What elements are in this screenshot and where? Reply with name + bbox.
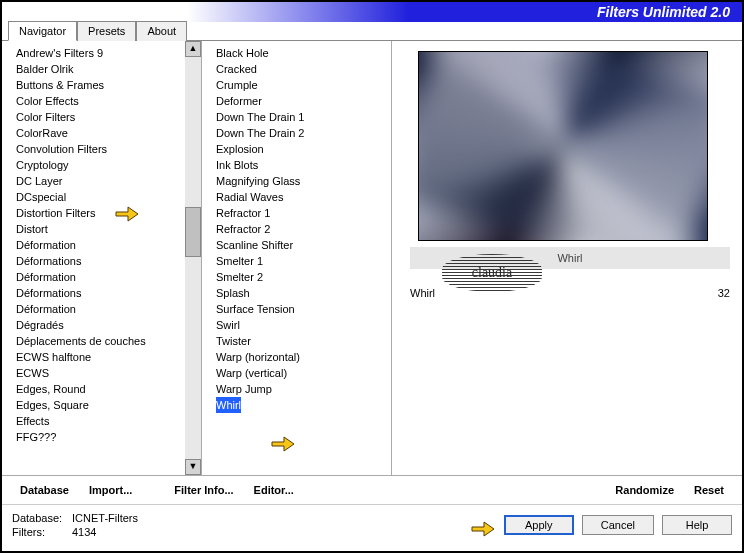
param-name: Whirl <box>410 287 435 299</box>
category-item[interactable]: Distort <box>14 221 185 237</box>
scroll-track[interactable] <box>185 57 201 459</box>
status-bar: Database:ICNET-Filters Filters:4134 Appl… <box>2 505 742 541</box>
editor-button[interactable]: Editor... <box>244 482 304 498</box>
category-item[interactable]: ECWS halftone <box>14 349 185 365</box>
filter-item[interactable]: Magnifying Glass <box>214 173 391 189</box>
param-value: 32 <box>718 287 730 299</box>
category-item[interactable]: Color Effects <box>14 93 185 109</box>
filter-item[interactable]: Whirl <box>214 397 391 413</box>
category-item[interactable]: Déformation <box>14 237 185 253</box>
category-scrollbar[interactable]: ▲ ▼ <box>185 41 201 475</box>
help-button[interactable]: Help <box>662 515 732 535</box>
filter-item[interactable]: Crumple <box>214 77 391 93</box>
category-item[interactable]: DC Layer <box>14 173 185 189</box>
tab-navigator[interactable]: Navigator <box>8 21 77 41</box>
lower-toolbar: Database Import... Filter Info... Editor… <box>2 476 742 505</box>
filter-item[interactable]: Warp (horizontal) <box>214 349 391 365</box>
pointer-icon <box>114 202 140 222</box>
db-value: ICNET-Filters <box>72 512 138 524</box>
category-item[interactable]: Déplacements de couches <box>14 333 185 349</box>
filter-item[interactable]: Down The Drain 2 <box>214 125 391 141</box>
category-item[interactable]: Edges, Square <box>14 397 185 413</box>
filter-item[interactable]: Explosion <box>214 141 391 157</box>
filter-item[interactable]: Radial Waves <box>214 189 391 205</box>
filter-info-button[interactable]: Filter Info... <box>164 482 243 498</box>
filter-list[interactable]: Black HoleCrackedCrumpleDeformerDown The… <box>202 41 392 475</box>
category-item[interactable]: Déformations <box>14 253 185 269</box>
filter-name-label: Whirl <box>557 252 582 264</box>
filter-item[interactable]: Smelter 2 <box>214 269 391 285</box>
category-item[interactable]: DCspecial <box>14 189 185 205</box>
status-info: Database:ICNET-Filters Filters:4134 <box>12 511 138 539</box>
reset-button[interactable]: Reset <box>684 482 734 498</box>
scroll-up-button[interactable]: ▲ <box>185 41 201 57</box>
category-item[interactable]: Déformation <box>14 301 185 317</box>
category-item[interactable]: Convolution Filters <box>14 141 185 157</box>
param-row: Whirl 32 <box>410 287 730 299</box>
category-item[interactable]: Color Filters <box>14 109 185 125</box>
scroll-down-button[interactable]: ▼ <box>185 459 201 475</box>
category-item[interactable]: ECWS <box>14 365 185 381</box>
pointer-icon <box>470 517 496 537</box>
filter-name-bar: Whirl <box>410 247 730 269</box>
filter-item[interactable]: Deformer <box>214 93 391 109</box>
filters-value: 4134 <box>72 526 96 538</box>
pointer-icon <box>270 432 296 452</box>
db-key: Database: <box>12 511 72 525</box>
window-title: Filters Unlimited 2.0 <box>597 2 742 22</box>
category-item[interactable]: Déformation <box>14 269 185 285</box>
category-item[interactable]: Distortion Filters <box>14 205 185 221</box>
filter-item[interactable]: Splash <box>214 285 391 301</box>
filter-item[interactable]: Surface Tension <box>214 301 391 317</box>
category-item[interactable]: ColorRave <box>14 125 185 141</box>
filter-item[interactable]: Swirl <box>214 317 391 333</box>
cancel-button[interactable]: Cancel <box>582 515 654 535</box>
category-list[interactable]: Andrew's Filters 9Balder OlrikButtons & … <box>2 41 185 475</box>
apply-button[interactable]: Apply <box>504 515 574 535</box>
randomize-button[interactable]: Randomize <box>605 482 684 498</box>
preview-image <box>418 51 708 241</box>
database-button[interactable]: Database <box>10 482 79 498</box>
filter-item[interactable]: Refractor 2 <box>214 221 391 237</box>
category-item[interactable]: Buttons & Frames <box>14 77 185 93</box>
tab-presets[interactable]: Presets <box>77 21 136 41</box>
category-item[interactable]: FFG??? <box>14 429 185 445</box>
filter-item[interactable]: Warp (vertical) <box>214 365 391 381</box>
tab-about[interactable]: About <box>136 21 187 41</box>
main-area: Andrew's Filters 9Balder OlrikButtons & … <box>2 41 742 476</box>
category-panel: Andrew's Filters 9Balder OlrikButtons & … <box>2 41 202 475</box>
category-item[interactable]: Edges, Round <box>14 381 185 397</box>
import-button[interactable]: Import... <box>79 482 142 498</box>
category-item[interactable]: Dégradés <box>14 317 185 333</box>
filter-item[interactable]: Cracked <box>214 61 391 77</box>
filter-item[interactable]: Twister <box>214 333 391 349</box>
scroll-thumb[interactable] <box>185 207 201 257</box>
filter-item[interactable]: Warp Jump <box>214 381 391 397</box>
category-item[interactable]: Déformations <box>14 285 185 301</box>
filters-key: Filters: <box>12 525 72 539</box>
tab-strip: Navigator Presets About <box>2 21 742 41</box>
category-item[interactable]: Cryptology <box>14 157 185 173</box>
dialog-buttons: Apply Cancel Help <box>470 515 732 535</box>
category-item[interactable]: Effects <box>14 413 185 429</box>
category-item[interactable]: Andrew's Filters 9 <box>14 45 185 61</box>
filter-item[interactable]: Black Hole <box>214 45 391 61</box>
filter-item[interactable]: Down The Drain 1 <box>214 109 391 125</box>
filter-item[interactable]: Scanline Shifter <box>214 237 391 253</box>
filter-item[interactable]: Smelter 1 <box>214 253 391 269</box>
filter-item[interactable]: Refractor 1 <box>214 205 391 221</box>
filter-item[interactable]: Ink Blots <box>214 157 391 173</box>
right-pane: Whirl Whirl 32 <box>392 41 742 475</box>
category-item[interactable]: Balder Olrik <box>14 61 185 77</box>
title-bar: Filters Unlimited 2.0 <box>2 2 742 22</box>
